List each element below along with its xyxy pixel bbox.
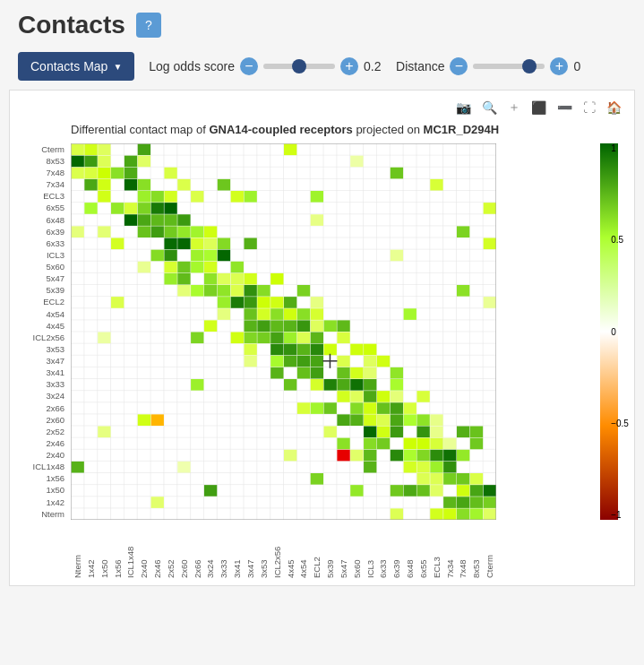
x-axis-label: 7x48 [456,520,469,578]
colorbar-container: 1 0.5 0 −0.5 −1 [591,143,627,520]
y-axis-label: ICL1x48 [17,461,67,472]
colorbar-tick-n1: −1 [611,510,629,520]
x-axis-label: 1x42 [84,520,98,578]
distance-plus-button[interactable]: + [550,57,568,75]
x-axis-label: ICL2x56 [270,520,284,578]
log-odds-score-group: Log odds score − + 0.2 [149,57,382,75]
y-axis-label: 3x47 [17,355,67,367]
y-axis-label: ICL2x56 [17,332,67,343]
distance-minus-button[interactable]: − [450,57,468,75]
distance-value: 0 [573,59,591,73]
y-axis-label: 2x66 [17,402,67,414]
y-axis-label: 2x52 [17,426,67,437]
camera-icon-button[interactable]: 📷 [454,98,473,117]
x-axis-label: 8x53 [469,520,483,578]
x-axis-label: ECL3 [430,520,443,578]
chart-title: Differential contact map of GNA14-couple… [17,123,627,136]
y-axis-label: 5x47 [17,272,67,284]
y-axis-label: 2x60 [17,414,67,426]
page-title: Contacts [18,11,125,39]
chart-container: 📷 🔍 ＋ ⬛ ➖ ⛶ 🏠 Differential contact map o… [9,90,635,586]
log-odds-slider-track[interactable] [263,64,335,69]
x-axis-labels: Nterm1x421x501x56ICL1x482x402x462x522x60… [71,520,496,578]
colorbar-tick-1: 1 [611,143,629,153]
x-axis-label: 2x52 [164,520,177,578]
x-axis-label: 3x47 [244,520,257,578]
y-axis-label: ECL3 [17,191,67,203]
y-axis-label: 3x53 [17,343,67,355]
x-axis-label: 6x33 [376,520,390,578]
distance-slider-track[interactable] [473,64,545,69]
y-axis-label: ICL3 [17,249,67,261]
y-axis-label: 7x48 [17,167,67,178]
colorbar-tick-0: 0 [611,327,629,337]
distance-slider-thumb[interactable] [522,59,537,73]
x-axis-label: 5x39 [323,520,337,578]
x-axis-label: 3x24 [203,520,217,578]
y-axis-label: 8x53 [17,155,67,167]
y-axis-label: 6x55 [17,203,67,214]
x-axis-label: ICL3 [364,520,377,578]
x-axis-label: 6x39 [390,520,403,578]
log-odds-plus-button[interactable]: + [340,57,358,75]
x-axis-label: 4x45 [284,520,297,578]
y-axis-label: 3x41 [17,367,67,378]
y-axis-label: 7x34 [17,178,67,190]
x-axis-label: 3x53 [257,520,270,578]
chart-toolbar: 📷 🔍 ＋ ⬛ ➖ ⛶ 🏠 [17,98,627,117]
fullscreen-icon-button[interactable]: ⛶ [581,98,597,117]
y-axis-label: ECL2 [17,297,67,308]
y-axis-label: 1x42 [17,497,67,508]
y-axis-label: 2x40 [17,449,67,461]
y-axis-label: 2x46 [17,437,67,449]
y-axis-label: 1x50 [17,485,67,497]
x-axis-label: 2x66 [191,520,204,578]
expand-y-icon-button[interactable]: ⬛ [529,98,548,117]
distance-group: Distance − + 0 [396,57,591,75]
y-axis-label: 6x33 [17,238,67,249]
x-axis-label: 2x40 [137,520,150,578]
x-axis-label: 2x60 [177,520,191,578]
x-axis-label: ECL2 [310,520,323,578]
x-axis-label: Nterm [71,520,84,578]
home-icon-button[interactable]: 🏠 [605,98,623,117]
y-axis-label: 6x48 [17,214,67,226]
y-axis-label: Cterm [17,143,67,155]
heatmap-area[interactable] [71,143,584,520]
zoom-icon-button[interactable]: 🔍 [480,98,499,117]
y-axis-label: 1x56 [17,473,67,485]
x-axis-label: 3x41 [230,520,244,578]
contacts-map-button[interactable]: Contacts Map [18,52,134,81]
y-axis-label: 5x60 [17,261,67,272]
y-axis-label: 6x39 [17,226,67,238]
y-axis-labels: Cterm8x537x487x34ECL36x556x486x396x33ICL… [17,143,71,520]
y-axis-label: 5x39 [17,285,67,297]
x-axis-label: 6x55 [416,520,430,578]
x-axis-label: 6x48 [403,520,416,578]
x-axis-label: 4x54 [296,520,310,578]
y-axis-label: 4x54 [17,308,67,320]
x-axis-label: 1x56 [111,520,125,578]
x-axis-label: 2x46 [150,520,164,578]
collapse-y-icon-button[interactable]: ➖ [555,98,574,117]
y-axis-label: 4x45 [17,320,67,332]
x-axis-label: 5x47 [337,520,350,578]
colorbar-tick-n05: −0.5 [611,419,629,428]
help-button[interactable]: ? [136,13,161,38]
colorbar-tick-05: 0.5 [611,235,629,245]
log-odds-score-label: Log odds score [149,59,235,73]
log-odds-slider-thumb[interactable] [292,59,306,73]
x-axis-label: ICL1x48 [124,520,137,578]
y-axis-label: 3x33 [17,379,67,391]
zoom-in-icon-button[interactable]: ＋ [506,98,522,117]
x-axis-label: 5x60 [350,520,364,578]
y-axis-label: 3x24 [17,391,67,402]
x-axis-label: 1x50 [98,520,111,578]
y-axis-label: Nterm [17,508,67,520]
x-axis-label: 7x34 [443,520,457,578]
log-odds-value: 0.2 [364,59,382,73]
x-axis-label: 3x33 [217,520,230,578]
heatmap-canvas[interactable] [71,143,496,520]
log-odds-minus-button[interactable]: − [240,57,258,75]
x-axis-label: Cterm [483,520,496,578]
